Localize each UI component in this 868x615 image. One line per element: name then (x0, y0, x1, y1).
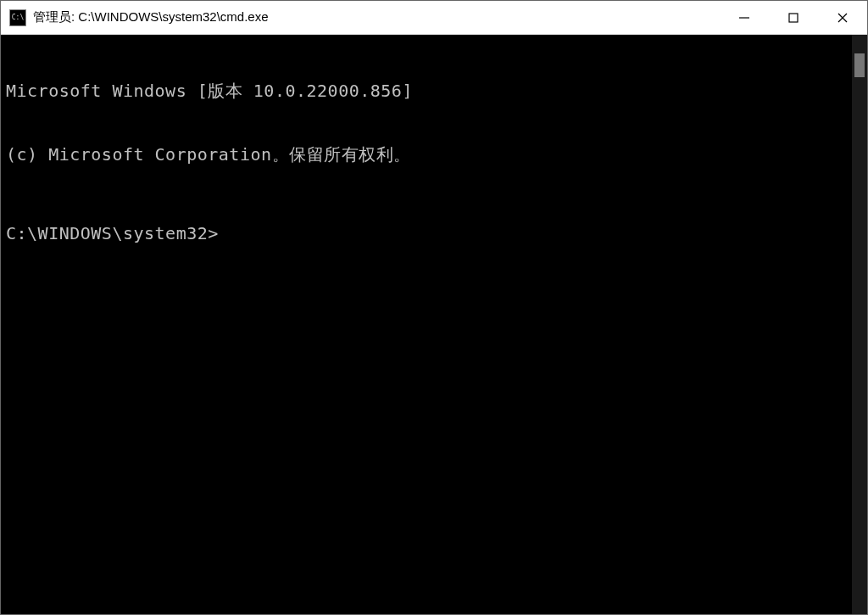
titlebar[interactable]: C:\ 管理员: C:\WINDOWS\system32\cmd.exe (1, 1, 867, 35)
terminal-area[interactable]: Microsoft Windows [版本 10.0.22000.856] (c… (1, 35, 867, 614)
prompt: C:\WINDOWS\system32> (6, 223, 219, 243)
window-controls (720, 1, 867, 34)
svg-rect-1 (789, 14, 798, 22)
close-icon (837, 12, 849, 24)
close-button[interactable] (818, 1, 867, 34)
maximize-icon (787, 12, 799, 24)
terminal-output[interactable]: Microsoft Windows [版本 10.0.22000.856] (c… (1, 35, 852, 614)
cmd-icon: C:\ (9, 9, 26, 26)
prompt-line: C:\WINDOWS\system32> (6, 223, 847, 244)
scrollbar-thumb[interactable] (854, 53, 865, 77)
cmd-icon-glyph: C:\ (12, 14, 24, 21)
copyright-line: (c) Microsoft Corporation。保留所有权利。 (6, 144, 847, 165)
minimize-button[interactable] (720, 1, 769, 34)
cmd-window: C:\ 管理员: C:\WINDOWS\system32\cmd.exe (0, 0, 868, 615)
maximize-button[interactable] (769, 1, 818, 34)
minimize-icon (738, 12, 750, 24)
window-title: 管理员: C:\WINDOWS\system32\cmd.exe (33, 9, 720, 25)
scrollbar[interactable] (852, 35, 867, 614)
version-line: Microsoft Windows [版本 10.0.22000.856] (6, 81, 847, 102)
